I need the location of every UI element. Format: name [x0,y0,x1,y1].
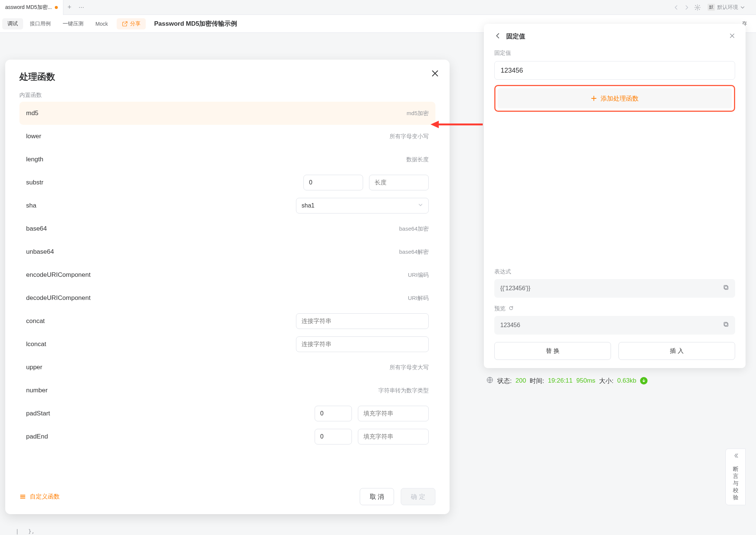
env-label: 默认环境 [717,4,738,11]
arrow-left-icon [494,32,501,33]
tab-debug[interactable]: 调试 [2,18,23,29]
svg-point-0 [697,6,699,8]
panel-header: 固定值 [494,32,735,33]
unsaved-dot-icon [55,6,58,9]
tab-usecases[interactable]: 接口用例 [25,18,56,29]
add-tab-button[interactable]: + [63,1,75,13]
plus-icon: + [67,3,72,11]
page-title: Password MD5加密传输示例 [154,19,237,28]
share-label: 分享 [130,20,141,27]
env-badge: 默 [708,4,715,11]
tab-debug-label: 调试 [7,20,18,26]
panel-title: 固定值 [506,32,525,33]
tab-mock[interactable]: Mock [90,19,113,29]
back-button[interactable] [494,32,501,33]
environment-selector[interactable]: 默 默认环境 [705,2,747,13]
tab-mock-label: Mock [95,21,108,27]
app-tabbar: assword MD5加密... + ··· 默 默认环境 [0,0,756,15]
chevron-down-icon [740,5,745,10]
more-icon: ··· [79,3,84,11]
settings-icon[interactable] [694,4,701,11]
tab-stress-label: 一键压测 [63,20,84,26]
tab-title: assword MD5加密... [5,4,52,11]
tab-usecases-label: 接口用例 [30,20,51,26]
nav-forward-icon[interactable] [684,4,690,10]
tabbar-right: 默 默认环境 [673,2,753,13]
nav-back-icon[interactable] [673,4,679,10]
fixed-value-panel: 固定值 固定值 123456 添加处理函数 表达式 {{'123456'}} 预… [484,24,746,33]
document-tab[interactable]: assword MD5加密... [0,0,63,15]
tab-overflow-button[interactable]: ··· [75,1,87,13]
tab-stress[interactable]: 一键压测 [57,18,89,29]
share-button[interactable]: 分享 [117,18,146,29]
share-icon [122,21,128,27]
